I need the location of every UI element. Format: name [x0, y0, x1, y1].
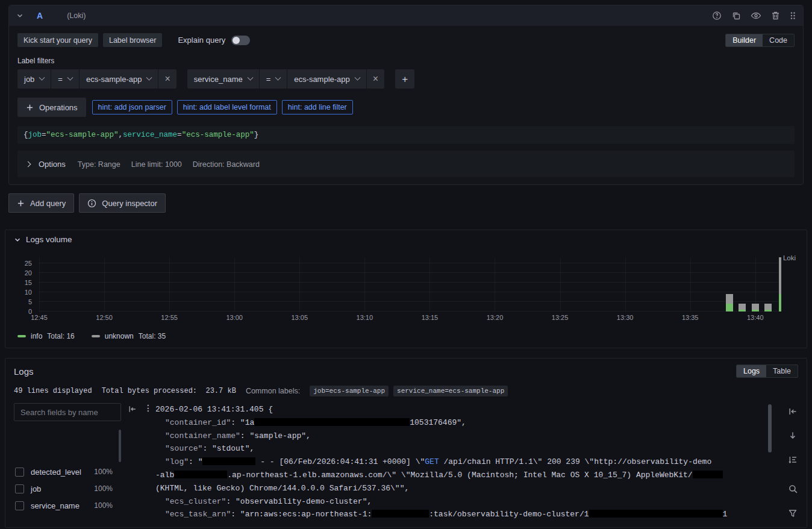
redacted-text: [589, 510, 723, 518]
log-line[interactable]: "ecs_cluster": "observability-demo-clust…: [128, 495, 763, 509]
operations-button[interactable]: Operations: [17, 98, 86, 117]
x-tick-label: 13:00: [226, 314, 243, 321]
option-summary-item: Type: Range: [78, 160, 120, 169]
explore-actions-row: Add query Query inspector: [8, 193, 804, 213]
collapse-query-icon[interactable]: [16, 12, 23, 19]
filter-value-select[interactable]: ecs-sample-app: [79, 69, 158, 89]
legend-series-color: [92, 335, 100, 337]
filter-operator-select[interactable]: =: [51, 69, 79, 89]
explain-query-label: Explain query: [178, 36, 225, 45]
remove-filter-button[interactable]: ×: [158, 69, 176, 89]
kick-start-query-button[interactable]: Kick start your query: [17, 33, 98, 47]
field-row[interactable]: service_name100%: [14, 497, 121, 514]
logs-volume-title: Logs volume: [26, 235, 72, 244]
common-label-chip: job=ecs-sample-app: [310, 386, 389, 396]
query-hint-button[interactable]: hint: add line filter: [282, 100, 353, 114]
options-summary: Type: RangeLine limit: 1000Direction: Ba…: [78, 160, 270, 169]
common-labels-label: Common labels:: [246, 387, 300, 395]
x-tick-label: 13:25: [552, 314, 569, 321]
field-name: service_name: [31, 501, 80, 510]
bar-info: [726, 304, 733, 311]
logs-scrollbar[interactable]: [768, 404, 772, 452]
field-checkbox[interactable]: [15, 484, 24, 493]
field-checkbox[interactable]: [15, 468, 24, 477]
logs-volume-header[interactable]: Logs volume: [14, 235, 798, 244]
remove-filter-button[interactable]: ×: [366, 69, 384, 89]
log-line[interactable]: (KHTML, like Gecko) Chrome/144.0.0.0 Saf…: [128, 482, 763, 495]
log-line[interactable]: "container_id": "1a1053176469",: [128, 416, 763, 430]
query-token: =: [42, 131, 46, 139]
y-tick-label: 10: [25, 289, 32, 296]
x-tick-label: 13:10: [357, 314, 373, 321]
mode-code[interactable]: Code: [763, 34, 794, 46]
y-tick-label: 5: [28, 298, 32, 305]
query-inspector-button[interactable]: Query inspector: [79, 193, 166, 213]
filter-value-select[interactable]: ecs-sample-app: [287, 69, 366, 89]
y-gridline: [39, 311, 781, 311]
legend-series-label[interactable]: info: [31, 332, 42, 340]
log-line[interactable]: -alb.ap-northeast-1.elb.amazonaws.com/\"…: [128, 469, 763, 482]
field-checkbox[interactable]: [15, 501, 24, 510]
x-tick-label: 13:35: [682, 314, 699, 321]
x-gridline: [429, 257, 430, 311]
query-hint-button[interactable]: hint: add json parser: [92, 100, 172, 114]
logs-volume-plot[interactable]: [39, 257, 781, 311]
field-row[interactable]: detected_level100%: [14, 463, 121, 480]
bar-info: [752, 310, 759, 311]
logs-title: Logs: [14, 366, 34, 377]
search-icon[interactable]: [788, 484, 798, 494]
field-row[interactable]: job100%: [14, 480, 121, 497]
collapse-fields-icon[interactable]: [128, 405, 137, 413]
delete-query-icon[interactable]: [771, 11, 780, 20]
query-hints: hint: add json parserhint: add label lev…: [92, 100, 353, 114]
sidebar-scrollbar[interactable]: [119, 430, 121, 462]
query-options-row[interactable]: Options Type: RangeLine limit: 1000Direc…: [17, 151, 795, 177]
explain-query-toggle[interactable]: [231, 36, 250, 45]
legend-item[interactable]: infoTotal: 16: [17, 332, 75, 340]
legend-series-label[interactable]: unknown: [105, 332, 134, 340]
collapse-panel-icon[interactable]: [14, 236, 21, 243]
sort-order-icon[interactable]: [788, 455, 798, 465]
mode-builder[interactable]: Builder: [726, 34, 763, 46]
fields-list: detected_level100%job100%service_name100…: [14, 463, 121, 514]
log-line[interactable]: "container_name": "sample-app",: [128, 430, 763, 443]
common-label-chip: service_name=ecs-sample-app: [393, 386, 508, 396]
log-line[interactable]: "ecs_task_arn": "arn:aws:ecs:ap-northeas…: [128, 508, 763, 521]
options-expand-icon[interactable]: [25, 161, 31, 167]
add-label-filter-button[interactable]: +: [395, 69, 414, 89]
filter-label-select[interactable]: service_name: [187, 69, 259, 89]
query-row-actions: [712, 11, 796, 20]
scroll-to-start-icon[interactable]: [788, 407, 798, 416]
label-filter-groups: job=ecs-sample-app×service_name=ecs-samp…: [17, 69, 384, 89]
query-token: =: [177, 131, 182, 139]
y-tick-label: 15: [25, 279, 32, 286]
label-filters-heading: Label filters: [17, 57, 795, 65]
toggle-visibility-icon[interactable]: [751, 11, 761, 20]
log-line-menu-icon[interactable]: ⋮: [144, 403, 152, 416]
scroll-down-icon[interactable]: [788, 431, 798, 440]
bytes-processed: Total bytes processed: 23.7 kB: [102, 387, 236, 395]
add-query-button[interactable]: Add query: [8, 193, 74, 213]
view-table[interactable]: Table: [766, 365, 798, 377]
query-row-header[interactable]: A (Loki): [9, 5, 803, 26]
filter-label-select[interactable]: job: [17, 69, 51, 89]
log-line[interactable]: "log": " - - [06/Feb/2026:04:41:31 +0000…: [128, 455, 763, 469]
info-icon: [87, 199, 96, 208]
query-ref-id[interactable]: A: [37, 11, 43, 20]
label-browser-button[interactable]: Label browser: [103, 33, 163, 47]
copy-query-icon[interactable]: [731, 11, 741, 20]
log-line[interactable]: ⋮2026-02-06 13:41:31.405 {: [128, 403, 763, 416]
log-line[interactable]: "source": "stdout",: [128, 442, 763, 455]
query-hint-button[interactable]: hint: add label level format: [177, 100, 277, 114]
search-fields-input[interactable]: [14, 403, 121, 421]
view-logs[interactable]: Logs: [737, 365, 766, 377]
help-icon[interactable]: [712, 11, 722, 20]
x-gridline: [104, 257, 105, 311]
drag-handle-icon[interactable]: [790, 11, 796, 20]
legend-item[interactable]: unknownTotal: 35: [92, 332, 166, 340]
filter-icon[interactable]: [788, 509, 798, 518]
chevron-down-icon: [354, 74, 360, 80]
query-token: job: [28, 131, 42, 139]
filter-operator-select[interactable]: =: [259, 69, 287, 89]
query-token: "ecs-sample-app": [46, 131, 119, 139]
